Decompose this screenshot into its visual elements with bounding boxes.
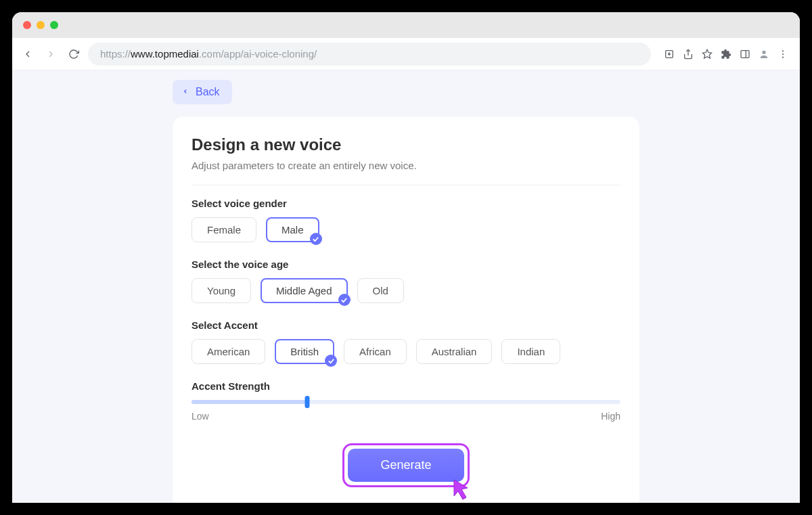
svg-point-5 [762,50,765,53]
window-minimize-button[interactable] [37,21,45,29]
accent-strength-slider[interactable]: Low High [191,400,621,422]
gender-option-male[interactable]: Male [266,217,319,242]
gender-label: Select voice gender [191,198,621,209]
url-host: www.topmediai [131,48,199,60]
slider-high-label: High [601,411,621,422]
age-option-middle-aged[interactable]: Middle Aged [261,278,348,303]
generate-button[interactable]: Generate [348,449,464,482]
window-titlebar [12,12,800,38]
share-icon[interactable] [682,48,694,60]
chevron-left-icon [182,87,189,97]
strength-label: Accent Strength [191,380,621,392]
age-option-young[interactable]: Young [191,278,251,303]
svg-point-8 [782,56,784,58]
side-panel-icon[interactable] [739,48,751,60]
svg-rect-3 [741,50,749,58]
age-options: YoungMiddle AgedOld [191,278,621,303]
nav-back-button[interactable] [19,45,37,63]
divider [191,185,621,185]
page-title: Design a new voice [191,135,621,154]
toolbar-actions [656,48,793,60]
profile-avatar-icon[interactable] [758,48,770,60]
browser-window: https://www.topmediai.com/app/ai-voice-c… [12,12,800,503]
nav-reload-button[interactable] [65,45,83,63]
extensions-icon[interactable] [720,48,732,60]
svg-marker-2 [702,49,711,58]
slider-thumb[interactable] [305,396,310,408]
bookmark-star-icon[interactable] [701,48,713,60]
design-voice-card: Design a new voice Adjust parameters to … [173,116,639,503]
accent-option-indian[interactable]: Indian [501,339,560,364]
check-icon [325,355,337,367]
svg-point-6 [782,50,784,51]
gender-option-female[interactable]: Female [191,217,256,242]
gender-options: FemaleMale [191,217,621,242]
accent-option-african[interactable]: African [344,339,407,364]
age-label: Select the voice age [191,259,621,270]
age-option-old[interactable]: Old [357,278,404,303]
accent-option-australian[interactable]: Australian [416,339,493,364]
page-viewport: Back Design a new voice Adjust parameter… [12,70,800,503]
window-maximize-button[interactable] [50,21,58,29]
cursor-pointer-icon [450,478,472,500]
accent-option-british[interactable]: British [275,339,334,364]
kebab-menu-icon[interactable] [777,48,789,60]
address-bar[interactable]: https://www.topmediai.com/app/ai-voice-c… [88,43,651,66]
check-icon [338,294,351,306]
generate-highlight: Generate [342,443,469,487]
generate-area: Generate [191,443,621,487]
browser-toolbar: https://www.topmediai.com/app/ai-voice-c… [12,38,800,70]
accent-label: Select Accent [191,319,621,331]
url-scheme: https:// [100,48,131,60]
window-close-button[interactable] [23,21,31,29]
accent-options: AmericanBritishAfricanAustralianIndian [191,339,621,364]
page-container: Back Design a new voice Adjust parameter… [173,80,639,503]
svg-point-7 [782,53,784,54]
back-button-label: Back [196,86,220,98]
nav-forward-button[interactable] [42,45,60,63]
back-button[interactable]: Back [173,80,232,104]
page-subtitle: Adjust parameters to create an entirely … [191,160,621,171]
install-icon[interactable] [663,48,675,60]
check-icon [310,233,322,245]
accent-option-american[interactable]: American [191,339,265,364]
generate-button-label: Generate [380,458,431,472]
url-path: .com/app/ai-voice-cloning/ [199,48,317,60]
slider-low-label: Low [191,411,209,422]
